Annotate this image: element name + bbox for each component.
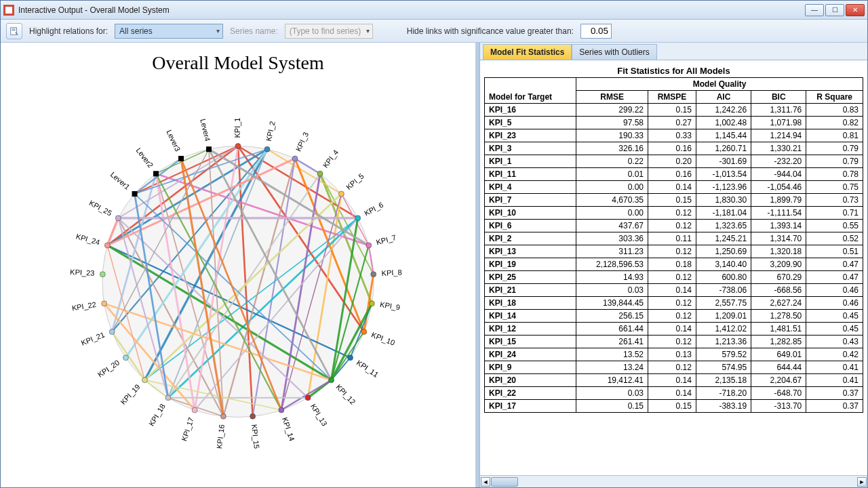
app-window: Interactive Output - Overall Model Syste… — [0, 0, 868, 488]
svg-rect-104 — [132, 191, 138, 197]
highlight-label: Highlight relations for: — [29, 26, 108, 36]
svg-point-84 — [355, 216, 361, 221]
table-row[interactable]: KPI_2514.930.12600.80670.290.47 — [485, 271, 863, 284]
table-row[interactable]: KPI_15261.410.121,213.361,282.850.43 — [485, 336, 863, 348]
table-row[interactable]: KPI_10.220.20-301.69-232.200.79 — [485, 155, 863, 168]
cell-value: 0.00 — [576, 181, 648, 194]
table-row[interactable]: KPI_14256.150.121,209.011,278.500.45 — [485, 310, 863, 323]
table-row[interactable]: KPI_220.030.14-718.20-648.700.37 — [485, 387, 863, 400]
table-row[interactable]: KPI_6437.670.121,323.651,393.140.55 — [485, 220, 863, 232]
scroll-thumb[interactable] — [491, 477, 518, 487]
cell-value: -944.04 — [751, 168, 806, 181]
table-row[interactable]: KPI_597.580.271,002.481,071.980.82 — [485, 117, 863, 129]
col-target: Model for Target — [485, 78, 576, 104]
maximize-button[interactable]: ☐ — [825, 4, 844, 16]
node-label: Lever4 — [199, 118, 212, 142]
toolbar: Highlight relations for: All series Seri… — [1, 20, 867, 43]
cell-value: 1,278.50 — [751, 310, 806, 323]
hscrollbar[interactable]: ◄ ► — [480, 475, 867, 487]
svg-point-80 — [264, 146, 270, 152]
table-row[interactable]: KPI_16299.220.151,242.261,311.760.83 — [485, 104, 863, 117]
svg-point-85 — [366, 243, 372, 248]
cell-value: -738.06 — [696, 284, 751, 297]
table-row[interactable]: KPI_74,670.350.151,830.301,899.790.73 — [485, 194, 863, 207]
cell-target: KPI_21 — [485, 284, 576, 297]
table-caption: Fit Statistics for All Models — [484, 66, 863, 76]
cell-value: 644.44 — [751, 361, 806, 374]
cell-value: -1,111.54 — [751, 207, 806, 220]
cell-value: 0.27 — [648, 117, 696, 129]
table-row[interactable]: KPI_100.000.12-1,181.04-1,111.540.71 — [485, 207, 863, 220]
cell-value: 2,204.67 — [751, 374, 806, 387]
col-header: RMSE — [576, 91, 648, 104]
table-row[interactable]: KPI_170.150.15-383.19-313.700.37 — [485, 400, 863, 413]
table-row[interactable]: KPI_13311.230.121,250.691,320.180.51 — [485, 245, 863, 258]
cell-value: 0.12 — [648, 271, 696, 284]
cell-value: 1,209.01 — [696, 310, 751, 323]
cell-value: 0.12 — [648, 310, 696, 323]
scroll-left-icon[interactable]: ◄ — [481, 477, 490, 487]
svg-point-94 — [220, 414, 226, 420]
table-row[interactable]: KPI_18139,844.450.122,557.752,627.240.46 — [485, 297, 863, 310]
table-row[interactable]: KPI_2019,412.410.142,135.182,204.670.41 — [485, 374, 863, 387]
cell-target: KPI_16 — [485, 104, 576, 117]
svg-point-89 — [348, 355, 353, 361]
cell-value: 0.51 — [806, 245, 863, 258]
node-label: KPI_5 — [344, 172, 366, 192]
table-row[interactable]: KPI_23190.330.331,145.441,214.940.81 — [485, 129, 863, 142]
cell-target: KPI_2 — [485, 232, 576, 245]
table-row[interactable]: KPI_40.000.14-1,123.96-1,054.460.75 — [485, 181, 863, 194]
table-row[interactable]: KPI_110.010.16-1,013.54-944.040.78 — [485, 168, 863, 181]
tab-outliers[interactable]: Series with Outliers — [572, 44, 656, 60]
svg-point-88 — [361, 329, 367, 335]
cell-value: 311.23 — [576, 245, 648, 258]
close-button[interactable]: ✕ — [846, 4, 865, 16]
table-row[interactable]: KPI_192,128,596.530.183,140.403,209.900.… — [485, 258, 863, 271]
svg-point-100 — [102, 301, 107, 306]
chart-title: Overall Model System — [1, 52, 475, 74]
cell-value: 0.52 — [806, 232, 863, 245]
node-label: KPI_12 — [334, 383, 357, 406]
table-row[interactable]: KPI_2303.360.111,245.211,314.700.52 — [485, 232, 863, 245]
app-icon — [3, 5, 14, 16]
cell-value: -668.56 — [751, 284, 806, 297]
cell-value: 0.15 — [576, 400, 648, 413]
scroll-right-icon[interactable]: ► — [857, 477, 867, 487]
table-row[interactable]: KPI_3326.160.161,260.711,330.210.79 — [485, 142, 863, 155]
title-bar: Interactive Output - Overall Model Syste… — [1, 1, 867, 20]
cell-value: 14.93 — [576, 271, 648, 284]
node-label: KPI_13 — [309, 403, 329, 428]
significance-input[interactable] — [580, 24, 612, 39]
cell-value: 0.47 — [806, 271, 863, 284]
network-graph[interactable]: KPI_1KPI_2KPI_3KPI_4KPI_5KPI_6KPI_7KPI_8… — [48, 92, 428, 474]
highlight-series-combo[interactable]: All series — [115, 24, 223, 39]
cell-target: KPI_15 — [485, 336, 576, 348]
table-row[interactable]: KPI_2413.520.13579.52649.010.42 — [485, 348, 863, 361]
home-button[interactable] — [6, 23, 22, 39]
cell-value: 0.12 — [648, 361, 696, 374]
cell-value: 1,393.14 — [751, 220, 806, 232]
node-label: KPI_19 — [119, 383, 142, 406]
cell-value: 670.29 — [751, 271, 806, 284]
table-row[interactable]: KPI_12661.440.141,412.021,481.510.45 — [485, 323, 863, 336]
minimize-button[interactable]: — — [805, 4, 824, 16]
tab-strip: Model Fit Statistics Series with Outlier… — [480, 43, 867, 60]
cell-value: 13.52 — [576, 348, 648, 361]
series-name-combo[interactable]: (Type to find series) — [285, 24, 373, 39]
table-row[interactable]: KPI_913.240.12574.95644.440.41 — [485, 361, 863, 374]
hide-links-label: Hide links with significance value great… — [407, 26, 574, 36]
cell-value: 19,412.41 — [576, 374, 648, 387]
col-group-quality: Model Quality — [576, 78, 863, 91]
svg-point-91 — [305, 395, 311, 401]
cell-value: 0.03 — [576, 284, 648, 297]
cell-value: 0.12 — [648, 245, 696, 258]
cell-value: 1,314.70 — [751, 232, 806, 245]
cell-value: 1,481.51 — [751, 323, 806, 336]
tab-model-fit[interactable]: Model Fit Statistics — [483, 44, 572, 60]
table-row[interactable]: KPI_210.030.14-738.06-668.560.46 — [485, 284, 863, 297]
svg-point-97 — [142, 378, 147, 383]
cell-value: 1,330.21 — [751, 142, 806, 155]
cell-value: 1,245.21 — [696, 232, 751, 245]
node-label: KPI_2 — [264, 121, 277, 142]
node-label: KPI_25 — [88, 199, 114, 217]
